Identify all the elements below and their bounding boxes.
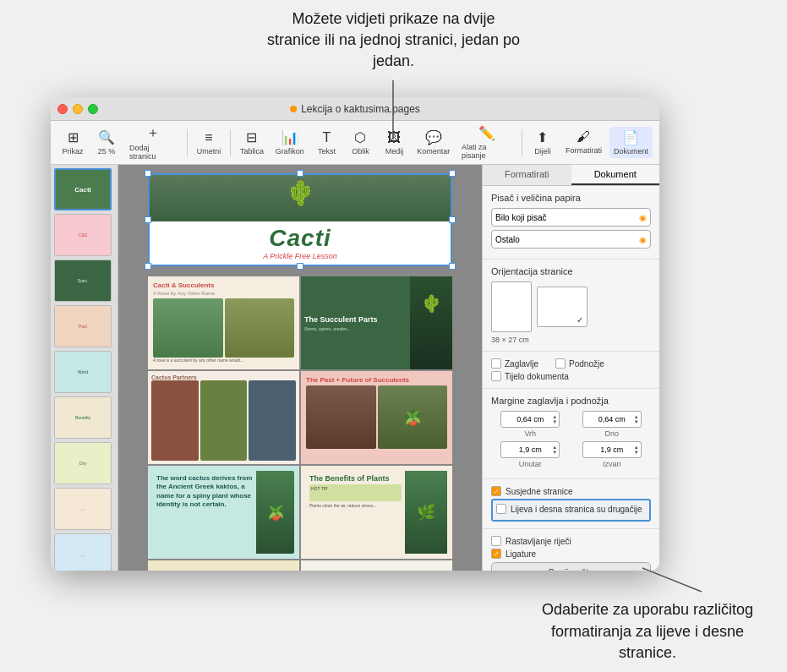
- printer-select[interactable]: Bilo koji pisač ◉: [491, 208, 651, 227]
- header-footer-section: Zaglavlje Podnožje Tijelo dokumenta: [483, 352, 659, 389]
- resize-handle-ml[interactable]: [145, 216, 151, 223]
- margin-izvan: 1,9 cm ▲ ▼ Izvan: [573, 441, 652, 468]
- margin-izvan-input[interactable]: 1,9 cm ▲ ▼: [582, 441, 642, 458]
- margin-unutar-input[interactable]: 1,9 cm ▲ ▼: [500, 441, 560, 458]
- unutar-down[interactable]: ▼: [552, 450, 557, 455]
- resize-handle-tc[interactable]: [297, 170, 303, 177]
- slide-thumb-9[interactable]: ...: [54, 533, 112, 571]
- lijeva-desna-label: Lijeva i desna stranica su drugačije: [511, 505, 642, 514]
- margins-section: Margine zaglavlja i podnožja 0,64 cm ▲ ▼…: [483, 389, 659, 479]
- toolbar-share[interactable]: ⬆ Dijeli: [527, 127, 558, 158]
- toolbar-prikaz[interactable]: ⊞ Prikaz: [57, 127, 88, 158]
- toolbar-writing-tools[interactable]: ✏️ Alati za pisanje: [457, 123, 516, 162]
- tab-format[interactable]: Formatirati: [483, 165, 571, 185]
- margin-vrh: 0,64 cm ▲ ▼ Vrh: [491, 411, 570, 438]
- lijeva-desna-checkbox[interactable]: [496, 504, 506, 514]
- separator-3: [522, 129, 522, 156]
- toolbar-comment[interactable]: 💬 Komentar: [413, 127, 454, 158]
- toolbar-format[interactable]: 🖌 Formatirati: [561, 127, 606, 158]
- rastavljanje-checkbox[interactable]: [491, 536, 501, 546]
- minimize-button[interactable]: [73, 104, 83, 114]
- facing-pages-section: ✓ Susjedne stranice Lijeva i desna stran…: [483, 479, 659, 529]
- grid-slide-3[interactable]: Cactus Partners: [148, 371, 299, 464]
- dno-stepper[interactable]: ▲ ▼: [634, 414, 639, 424]
- vrh-down[interactable]: ▼: [552, 419, 557, 424]
- toolbar-text[interactable]: T Tekst: [311, 128, 342, 158]
- close-button[interactable]: [57, 104, 68, 114]
- slide-thumb-1[interactable]: Cacti: [54, 168, 112, 210]
- gs5-text: The word cactus derives from the Ancient…: [153, 471, 256, 554]
- printer-section: Pisač i veličina papira Bilo koji pisač …: [483, 186, 659, 260]
- format-icon: 🖌: [577, 129, 590, 145]
- grid-slide-7[interactable]: Build a Dry Garden Soil 🌱: [148, 560, 299, 571]
- past-img: [306, 385, 376, 449]
- slide-thumb-8[interactable]: ...: [54, 488, 112, 530]
- podnozje-label: Podnožje: [569, 359, 604, 369]
- zaglavlje-checkbox[interactable]: [491, 358, 501, 369]
- slide-thumb-2[interactable]: C&S: [54, 214, 112, 256]
- lijeva-desna-row: Lijeva i desna stranica su drugačije: [496, 504, 646, 514]
- portrait-orientation[interactable]: [491, 281, 532, 332]
- izvan-stepper[interactable]: ▲ ▼: [634, 445, 639, 455]
- maximize-button[interactable]: [88, 104, 98, 114]
- resize-handle-tr[interactable]: [449, 170, 456, 177]
- dimensions-label: 38 × 27 cm: [491, 336, 651, 344]
- writing-tools-icon: ✏️: [478, 125, 495, 141]
- podnozje-checkbox[interactable]: [555, 358, 566, 369]
- slide-thumb-3[interactable]: Succ.: [54, 260, 112, 302]
- cacti-subtitle: A Prickle Free Lesson: [150, 252, 451, 260]
- orientation-options: [491, 281, 651, 332]
- callout-top: Možete vidjeti prikaze na dvije stranice…: [267, 0, 521, 73]
- paper-select[interactable]: Ostalo ◉: [491, 230, 651, 249]
- slide-thumb-4[interactable]: Past: [54, 305, 112, 347]
- margin-vrh-input[interactable]: 0,64 cm ▲ ▼: [500, 411, 560, 428]
- resize-handle-tl[interactable]: [145, 170, 151, 177]
- window-title: Lekcija o kaktusima.pages: [290, 103, 420, 115]
- tijelo-label: Tijelo dokumenta: [505, 372, 569, 381]
- spoji-postu-button[interactable]: Spoji poštu: [491, 562, 651, 571]
- grid-slide-8[interactable]: ...: [301, 560, 452, 571]
- grid-slide-6[interactable]: The Benefits of Plants HOT TIP Plants cl…: [301, 466, 452, 559]
- gs6-body: Plants clean the air, reduce stress...: [309, 503, 402, 508]
- vrh-stepper[interactable]: ▲ ▼: [552, 414, 557, 424]
- toolbar-table[interactable]: ⊟ Tablica: [236, 127, 268, 158]
- toolbar-chart[interactable]: 📊 Grafikon: [271, 127, 309, 158]
- ligature-checkbox[interactable]: ✓: [491, 549, 501, 559]
- resize-handle-mr[interactable]: [449, 216, 456, 223]
- grid-slide-1[interactable]: Cacti & Succulents A Rose by Any Other N…: [148, 276, 299, 369]
- toolbar-media[interactable]: 🖼 Medij: [379, 128, 409, 158]
- toolbar-add-page[interactable]: ＋ Dodaj stranicu: [125, 122, 182, 163]
- podnozje-item: Podnožje: [555, 358, 604, 369]
- gs3-title: Cactus Partners: [151, 374, 296, 380]
- grid-slide-5[interactable]: The word cactus derives from the Ancient…: [148, 466, 299, 559]
- tijelo-checkbox[interactable]: [491, 371, 501, 381]
- gs4-title: The Past + Future of Succulents: [306, 376, 447, 384]
- susjedne-checkbox[interactable]: ✓: [491, 486, 501, 496]
- margin-dno-input[interactable]: 0,64 cm ▲ ▼: [582, 411, 642, 428]
- slide-thumb-5[interactable]: Word: [54, 351, 112, 393]
- tab-document[interactable]: Dokument: [571, 165, 660, 185]
- separator-1: [187, 129, 188, 156]
- gs6-image: 🌿: [405, 471, 447, 554]
- slide-thumb-7[interactable]: Dry: [54, 442, 112, 484]
- gs1-body: A rose is a succulent by any other name …: [153, 358, 294, 363]
- slide-thumb-6[interactable]: Benefits: [54, 396, 112, 439]
- toolbar-document[interactable]: 📄 Dokument: [609, 127, 653, 158]
- grid-slide-4[interactable]: The Past + Future of Succulents 🪴: [301, 371, 452, 464]
- toolbar-umetni[interactable]: ≡ Umetni: [193, 128, 225, 158]
- resize-handle-bl[interactable]: [145, 263, 151, 270]
- gs5-layout: The word cactus derives from the Ancient…: [153, 471, 294, 554]
- toolbar-shape[interactable]: ⬡ Oblik: [345, 127, 375, 158]
- grid-slide-2[interactable]: The Succulent Parts Stems, spines, areol…: [301, 276, 452, 369]
- landscape-orientation[interactable]: [537, 287, 588, 327]
- resize-handle-bc[interactable]: [297, 263, 303, 270]
- izvan-down[interactable]: ▼: [634, 450, 639, 455]
- unutar-stepper[interactable]: ▲ ▼: [552, 445, 557, 455]
- resize-handle-br[interactable]: [449, 263, 456, 270]
- plant-img-2: [225, 298, 295, 358]
- dno-down[interactable]: ▼: [634, 419, 639, 424]
- susjedne-label: Susjedne stranice: [506, 487, 573, 496]
- canvas-area[interactable]: 🌵 Cacti A Prickle Free Lesson: [118, 165, 482, 571]
- toolbar-zoom[interactable]: 🔍 25 %: [91, 127, 122, 158]
- main-slide[interactable]: 🌵 Cacti A Prickle Free Lesson: [148, 173, 452, 266]
